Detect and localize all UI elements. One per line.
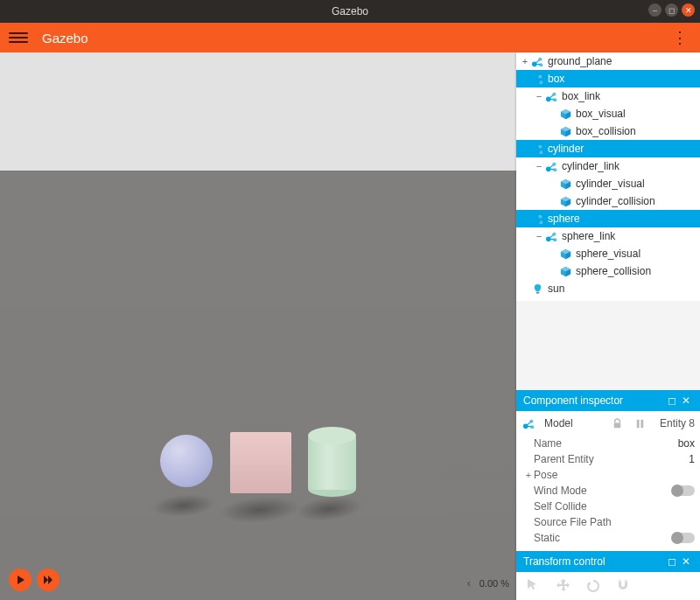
tree-item-sphere_visual[interactable]: sphere_visual — [516, 245, 700, 262]
model-icon — [530, 212, 544, 226]
inspector-close-button[interactable]: ✕ — [679, 394, 693, 407]
status-bar: ‹ 0.00 % — [467, 577, 509, 590]
model-icon — [544, 229, 558, 243]
svg-marker-17 — [48, 576, 52, 584]
pause-icon[interactable] — [634, 416, 648, 430]
scene-tree[interactable]: +ground_planebox−box_linkbox_visualbox_c… — [516, 52, 700, 301]
snap-tool-button[interactable] — [614, 577, 632, 595]
cube-icon — [558, 194, 572, 208]
row-name-value: box — [678, 437, 695, 450]
model-icon — [530, 72, 544, 86]
component-inspector: Model Entity 8 Namebox Parent Entity1 +P… — [516, 411, 700, 551]
svg-marker-16 — [44, 576, 48, 584]
tree-item-ground_plane[interactable]: +ground_plane — [516, 52, 700, 70]
tree-item-label: sphere — [548, 213, 580, 225]
play-button[interactable] — [9, 569, 32, 591]
row-static-label: Static — [534, 532, 672, 544]
tree-item-label: sphere_link — [562, 230, 615, 242]
tree-item-box_visual[interactable]: box_visual — [516, 105, 700, 122]
window-minimize-button[interactable]: – — [648, 3, 662, 17]
tree-item-label: box_collision — [576, 125, 636, 137]
step-forward-button[interactable] — [37, 569, 60, 591]
tree-item-label: box — [548, 73, 564, 85]
inspector-type-label: Model — [544, 417, 573, 429]
model-icon — [530, 54, 544, 68]
light-icon — [530, 282, 544, 296]
cube-icon — [558, 107, 572, 121]
status-expand-button[interactable]: ‹ — [467, 577, 471, 590]
transform-close-button[interactable]: ✕ — [679, 555, 693, 568]
tree-item-label: cylinder_visual — [576, 178, 645, 190]
tree-expand-button[interactable]: + — [520, 56, 530, 66]
select-tool-button[interactable] — [525, 577, 542, 595]
cube-icon — [558, 264, 572, 278]
tree-item-label: sphere_collision — [576, 265, 651, 277]
transform-header[interactable]: Transform control ◻ ✕ — [516, 551, 700, 572]
tree-item-sphere[interactable]: sphere — [516, 210, 700, 227]
model-icon — [544, 89, 558, 103]
tree-item-label: sun — [548, 283, 564, 295]
app-title: Gazebo — [42, 31, 88, 45]
static-toggle[interactable] — [672, 533, 695, 543]
tree-expand-button[interactable]: − — [534, 161, 544, 171]
tree-item-label: cylinder — [548, 143, 584, 155]
translate-tool-button[interactable] — [555, 577, 572, 595]
tree-item-sphere_collision[interactable]: sphere_collision — [516, 262, 700, 280]
window-title: Gazebo — [332, 5, 368, 17]
tree-item-box[interactable]: box — [516, 70, 700, 87]
row-parent-label: Parent Entity — [534, 453, 689, 465]
tree-item-label: sphere_visual — [576, 248, 640, 260]
tree-item-cylinder[interactable]: cylinder — [516, 140, 700, 157]
overflow-menu-button[interactable]: ⋮ — [668, 28, 691, 47]
rotate-tool-button[interactable] — [584, 577, 602, 595]
row-name-label: Name — [534, 437, 678, 450]
window-titlebar: Gazebo – ◻ ✕ — [0, 0, 700, 23]
tree-item-label: cylinder_link — [562, 160, 620, 172]
pose-expand-button[interactable]: + — [523, 470, 534, 480]
transform-title: Transform control — [523, 555, 665, 568]
row-selfcollide-label: Self Collide — [534, 500, 695, 513]
wind-mode-toggle[interactable] — [672, 485, 695, 496]
tree-item-label: ground_plane — [548, 55, 612, 67]
hamburger-menu-button[interactable] — [9, 28, 28, 47]
model-icon — [522, 416, 536, 430]
cube-icon — [558, 124, 572, 138]
tree-item-cylinder_collision[interactable]: cylinder_collision — [516, 192, 700, 210]
panel-spacer — [516, 301, 700, 390]
tree-item-label: box_link — [562, 90, 600, 102]
tree-item-sphere_link[interactable]: −sphere_link — [516, 227, 700, 245]
row-parent-value: 1 — [689, 453, 695, 465]
inspector-header[interactable]: Component inspector ◻ ✕ — [516, 390, 700, 411]
cube-icon — [558, 247, 572, 261]
model-icon — [530, 142, 544, 156]
window-maximize-button[interactable]: ◻ — [665, 3, 678, 17]
transform-control-panel — [516, 572, 700, 600]
transform-dock-button[interactable]: ◻ — [665, 555, 679, 568]
inspector-title: Component inspector — [523, 394, 665, 407]
row-wind-label: Wind Mode — [534, 485, 672, 497]
tree-item-cylinder_visual[interactable]: cylinder_visual — [516, 175, 700, 192]
right-panels: +ground_planebox−box_linkbox_visualbox_c… — [516, 52, 700, 600]
inspector-entity-label: Entity 8 — [660, 417, 695, 429]
cube-icon — [558, 177, 572, 191]
row-pose-label: Pose — [534, 469, 695, 481]
lock-icon[interactable] — [611, 416, 625, 430]
tree-item-box_collision[interactable]: box_collision — [516, 122, 700, 140]
window-close-button[interactable]: ✕ — [682, 3, 695, 17]
sphere-object[interactable] — [160, 435, 213, 487]
tree-item-label: box_visual — [576, 108, 626, 120]
tree-item-label: cylinder_collision — [576, 195, 655, 207]
playback-controls — [9, 569, 60, 591]
status-progress: 0.00 % — [480, 578, 509, 589]
tree-item-sun[interactable]: sun — [516, 280, 700, 297]
tree-expand-button[interactable]: − — [534, 91, 544, 101]
row-source-label: Source File Path — [534, 516, 695, 528]
tree-item-box_link[interactable]: −box_link — [516, 87, 700, 105]
workspace: ‹ 0.00 % +ground_planebox−box_linkbox_vi… — [0, 52, 700, 600]
cylinder-top — [308, 427, 356, 444]
app-toolbar: Gazebo ⋮ — [0, 23, 700, 52]
tree-item-cylinder_link[interactable]: −cylinder_link — [516, 157, 700, 175]
tree-expand-button[interactable]: − — [534, 231, 544, 241]
box-object[interactable] — [230, 432, 291, 493]
inspector-dock-button[interactable]: ◻ — [665, 394, 679, 407]
